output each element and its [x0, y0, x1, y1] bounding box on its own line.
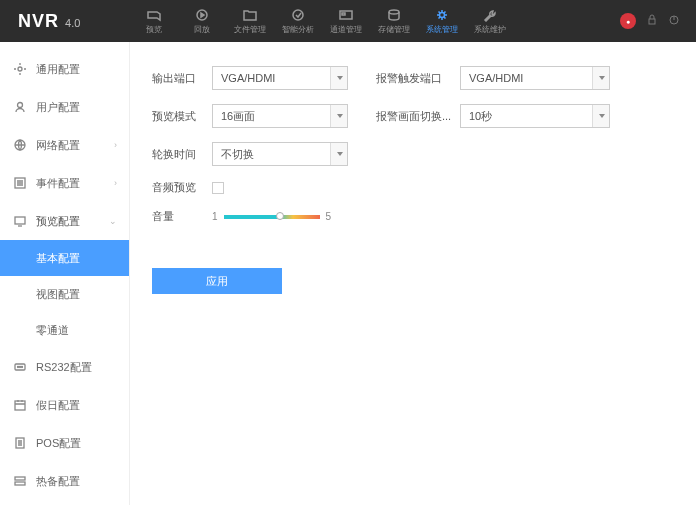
nav-system[interactable]: 系统管理: [418, 0, 466, 42]
slider-min: 1: [212, 211, 218, 222]
header-bar: NVR 4.0 预览 回放 文件管理 智能分析 通道管理 存储管理: [0, 0, 696, 42]
logo-version: 4.0: [65, 17, 80, 29]
user-icon: [12, 99, 28, 115]
nav-storage[interactable]: 存储管理: [370, 0, 418, 42]
channel-icon: [337, 8, 355, 23]
sidebar-sub-basic[interactable]: 基本配置: [0, 240, 129, 276]
camera-icon: [145, 8, 163, 23]
nav-preview[interactable]: 预览: [130, 0, 178, 42]
gear-icon: [433, 8, 451, 23]
svg-rect-6: [649, 19, 655, 24]
sidebar-item-user[interactable]: 用户配置: [0, 88, 129, 126]
calendar-icon: [12, 397, 28, 413]
analysis-icon: [289, 8, 307, 23]
output-port-select[interactable]: VGA/HDMI: [212, 66, 348, 90]
svg-point-8: [18, 67, 22, 71]
audio-preview-label: 音频预览: [152, 180, 212, 195]
backup-icon: [12, 473, 28, 489]
svg-rect-20: [15, 482, 25, 485]
wrench-icon: [481, 8, 499, 23]
sidebar-item-pos[interactable]: POS配置: [0, 424, 129, 462]
svg-point-5: [440, 13, 445, 18]
sidebar-item-preview[interactable]: 预览配置 ⌄: [0, 202, 129, 240]
nav-file[interactable]: 文件管理: [226, 0, 274, 42]
volume-slider[interactable]: [224, 215, 320, 219]
gear-icon: [12, 61, 28, 77]
sidebar-sub-view[interactable]: 视图配置: [0, 276, 129, 312]
globe-icon: [12, 137, 28, 153]
switch-time-select[interactable]: 不切换: [212, 142, 348, 166]
apply-button[interactable]: 应用: [152, 268, 282, 294]
alarm-port-label: 报警触发端口: [376, 71, 460, 86]
logo: NVR 4.0: [0, 11, 130, 32]
sidebar-item-rs232[interactable]: RS232配置: [0, 348, 129, 386]
playback-icon: [193, 8, 211, 23]
nav-smart[interactable]: 智能分析: [274, 0, 322, 42]
sidebar-item-holiday[interactable]: 假日配置: [0, 386, 129, 424]
svg-rect-12: [15, 217, 25, 224]
power-icon[interactable]: [668, 12, 680, 30]
svg-point-4: [389, 10, 399, 14]
list-icon: [12, 175, 28, 191]
chevron-right-icon: ›: [114, 178, 117, 188]
output-port-label: 输出端口: [152, 71, 212, 86]
preview-mode-label: 预览模式: [152, 109, 212, 124]
svg-point-15: [20, 367, 21, 368]
chevron-down-icon: ⌄: [109, 216, 117, 226]
body: 通用配置 用户配置 网络配置 › 事件配置 › 预览配置 ⌄ 基本配置 视图配置…: [0, 42, 696, 505]
alarm-port-select[interactable]: VGA/HDMI: [460, 66, 610, 90]
alert-badge[interactable]: ●: [620, 13, 636, 29]
sidebar: 通用配置 用户配置 网络配置 › 事件配置 › 预览配置 ⌄ 基本配置 视图配置…: [0, 42, 130, 505]
slider-max: 5: [326, 211, 332, 222]
logo-text: NVR: [18, 11, 59, 32]
alarm-switch-label: 报警画面切换...: [376, 109, 460, 124]
nav-maintain[interactable]: 系统维护: [466, 0, 514, 42]
content-panel: 输出端口 VGA/HDMI 报警触发端口 VGA/HDMI 预览模式 16画面: [130, 42, 696, 505]
sidebar-item-event[interactable]: 事件配置 ›: [0, 164, 129, 202]
chevron-right-icon: ›: [114, 140, 117, 150]
svg-point-16: [22, 367, 23, 368]
switch-time-label: 轮换时间: [152, 147, 212, 162]
slider-thumb[interactable]: [276, 212, 284, 220]
port-icon: [12, 359, 28, 375]
sidebar-item-network[interactable]: 网络配置 ›: [0, 126, 129, 164]
volume-label: 音量: [152, 209, 212, 224]
receipt-icon: [12, 435, 28, 451]
monitor-icon: [12, 213, 28, 229]
nav-playback[interactable]: 回放: [178, 0, 226, 42]
svg-rect-17: [15, 401, 25, 410]
folder-icon: [241, 8, 259, 23]
svg-point-14: [18, 367, 19, 368]
preview-mode-select[interactable]: 16画面: [212, 104, 348, 128]
nav-channel[interactable]: 通道管理: [322, 0, 370, 42]
svg-point-9: [18, 103, 23, 108]
header-right: ●: [620, 12, 696, 30]
audio-preview-checkbox[interactable]: [212, 182, 224, 194]
sidebar-item-general[interactable]: 通用配置: [0, 50, 129, 88]
svg-point-1: [293, 10, 303, 20]
lock-icon[interactable]: [646, 12, 658, 30]
sidebar-sub-zero[interactable]: 零通道: [0, 312, 129, 348]
sidebar-item-hotspare[interactable]: 热备配置: [0, 462, 129, 500]
svg-rect-3: [342, 13, 345, 15]
storage-icon: [385, 8, 403, 23]
svg-rect-19: [15, 477, 25, 480]
alarm-switch-select[interactable]: 10秒: [460, 104, 610, 128]
top-nav: 预览 回放 文件管理 智能分析 通道管理 存储管理 系统管理 系统维护: [130, 0, 514, 42]
